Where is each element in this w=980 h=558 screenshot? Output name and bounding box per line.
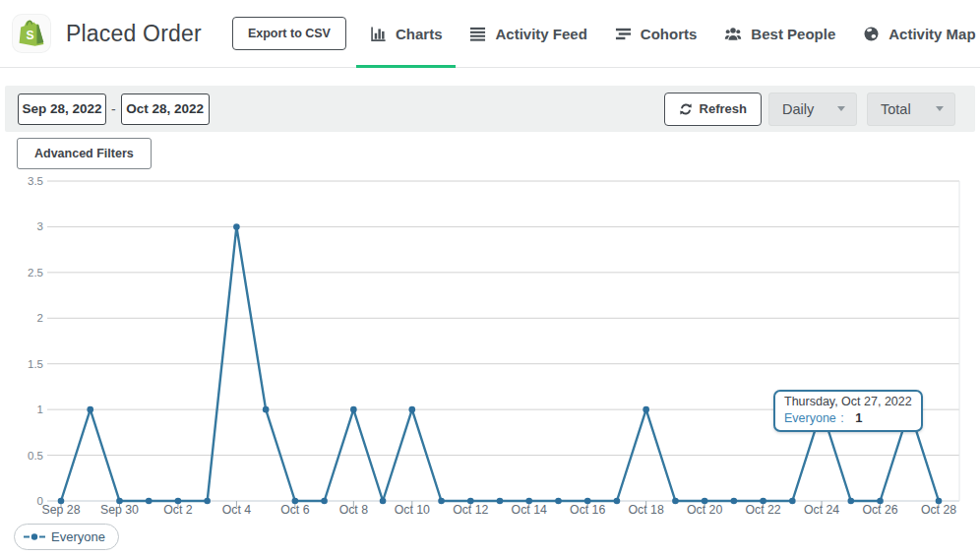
legend-label: Everyone xyxy=(51,529,105,544)
export-to-csv-button[interactable]: Export to CSV xyxy=(232,17,346,50)
data-point[interactable] xyxy=(321,498,328,505)
y-axis-tick-label: 3 xyxy=(37,220,43,232)
y-axis-tick-label: 0.5 xyxy=(28,450,43,462)
data-point[interactable] xyxy=(702,498,708,505)
app-header: S Placed Order Export to CSV ChartsActiv… xyxy=(0,0,980,68)
x-axis-tick-label: Sep 30 xyxy=(100,503,139,517)
x-axis-tick-label: Oct 28 xyxy=(921,503,956,517)
filters-row: Advanced Filters xyxy=(17,138,980,169)
data-point[interactable] xyxy=(584,498,591,505)
metric-select-value: Total xyxy=(881,101,936,117)
y-axis-tick-label: 2 xyxy=(37,312,43,324)
y-axis-tick-label: 3.5 xyxy=(28,175,43,187)
y-axis-tick-label: 2.5 xyxy=(28,267,43,279)
advanced-filters-button[interactable]: Advanced Filters xyxy=(17,138,152,169)
line-chart[interactable]: 3.532.521.510.50Sep 28Sep 30Oct 2Oct 4Oc… xyxy=(0,169,980,557)
tab-label: Activity Map xyxy=(888,26,975,42)
data-point[interactable] xyxy=(877,498,884,505)
x-axis-tick-label: Oct 6 xyxy=(280,503,310,517)
page-title: Placed Order xyxy=(66,21,202,47)
data-point[interactable] xyxy=(175,498,182,505)
tab-cohorts[interactable]: Cohorts xyxy=(601,0,711,67)
data-point[interactable] xyxy=(848,498,855,505)
tooltip-separator: : xyxy=(840,411,843,425)
data-point[interactable] xyxy=(643,406,649,413)
globe-icon xyxy=(863,26,880,42)
data-point[interactable] xyxy=(438,498,445,505)
x-axis-tick-label: Sep 28 xyxy=(42,503,81,517)
chevron-down-icon xyxy=(837,106,845,111)
data-point[interactable] xyxy=(380,498,387,505)
legend-everyone[interactable]: Everyone xyxy=(14,524,119,550)
data-point[interactable] xyxy=(789,498,796,505)
tooltip-value: 1 xyxy=(855,410,862,425)
tooltip-series-label: Everyone xyxy=(784,411,836,425)
bar-chart-icon xyxy=(370,26,387,42)
data-point[interactable] xyxy=(936,498,943,505)
data-point[interactable] xyxy=(555,498,562,505)
refresh-icon xyxy=(679,102,693,116)
chart-tooltip: Thursday, Oct 27, 2022 Everyone : 1 xyxy=(773,390,923,432)
data-point[interactable] xyxy=(350,406,357,413)
people-icon xyxy=(724,26,742,42)
chevron-down-icon xyxy=(936,106,944,111)
y-axis-tick-label: 1 xyxy=(37,403,43,415)
data-point[interactable] xyxy=(58,498,65,505)
x-axis-tick-label: Oct 8 xyxy=(339,503,369,517)
filter-toolbar: Sep 28, 2022 - Oct 28, 2022 Refresh Dail… xyxy=(5,86,975,132)
data-point[interactable] xyxy=(292,498,299,505)
svg-text:S: S xyxy=(27,29,34,42)
data-point[interactable] xyxy=(204,498,211,505)
data-point[interactable] xyxy=(760,498,766,505)
data-point[interactable] xyxy=(409,406,416,413)
data-point[interactable] xyxy=(497,498,504,505)
refresh-label: Refresh xyxy=(700,101,747,116)
x-axis-tick-label: Oct 12 xyxy=(453,503,488,517)
x-axis-tick-label: Oct 2 xyxy=(163,503,193,517)
legend-line-marker-icon xyxy=(24,532,45,541)
x-axis-tick-label: Oct 26 xyxy=(862,503,897,517)
shopify-logo-icon: S xyxy=(13,15,50,52)
x-axis-tick-label: Oct 24 xyxy=(804,503,839,517)
x-axis-tick-label: Oct 16 xyxy=(570,503,605,517)
refresh-button[interactable]: Refresh xyxy=(664,93,762,126)
data-point[interactable] xyxy=(87,406,93,413)
end-date-input[interactable]: Oct 28, 2022 xyxy=(121,93,210,125)
tab-label: Cohorts xyxy=(641,26,698,42)
tab-activity-feed[interactable]: Activity Feed xyxy=(456,0,600,67)
tab-label: Activity Feed xyxy=(495,26,586,42)
x-axis-tick-label: Oct 22 xyxy=(745,503,780,517)
data-point[interactable] xyxy=(614,498,621,505)
data-point[interactable] xyxy=(672,498,679,505)
chart-panel: 3.532.521.510.50Sep 28Sep 30Oct 2Oct 4Oc… xyxy=(0,169,980,557)
tab-label: Best People xyxy=(751,26,835,42)
tooltip-date: Thursday, Oct 27, 2022 xyxy=(784,395,912,408)
tab-label: Charts xyxy=(396,26,443,42)
metric-select[interactable]: Total xyxy=(867,93,955,126)
y-axis-tick-label: 1.5 xyxy=(28,358,43,370)
list-icon xyxy=(469,26,486,42)
data-point[interactable] xyxy=(731,498,738,505)
tab-bar: ChartsActivity FeedCohortsBest PeopleAct… xyxy=(356,0,980,67)
data-point[interactable] xyxy=(263,406,270,413)
interval-select[interactable]: Daily xyxy=(768,93,857,126)
x-axis-tick-label: Oct 14 xyxy=(512,503,547,517)
tab-best-people[interactable]: Best People xyxy=(710,0,849,67)
x-axis-tick-label: Oct 4 xyxy=(222,503,252,517)
data-point[interactable] xyxy=(146,498,153,505)
x-axis-tick-label: Oct 18 xyxy=(629,503,664,517)
date-range-separator: - xyxy=(111,101,116,117)
data-point[interactable] xyxy=(116,498,123,505)
interval-select-value: Daily xyxy=(782,101,837,117)
tab-charts[interactable]: Charts xyxy=(356,0,457,67)
data-point[interactable] xyxy=(233,223,240,230)
start-date-input[interactable]: Sep 28, 2022 xyxy=(18,93,106,125)
x-axis-tick-label: Oct 10 xyxy=(395,503,430,517)
cohorts-icon xyxy=(615,26,632,42)
data-point[interactable] xyxy=(525,498,532,505)
x-axis-tick-label: Oct 20 xyxy=(687,503,722,517)
data-point[interactable] xyxy=(467,498,474,505)
tab-activity-map[interactable]: Activity Map xyxy=(849,0,980,67)
active-tab-underline xyxy=(356,65,457,68)
